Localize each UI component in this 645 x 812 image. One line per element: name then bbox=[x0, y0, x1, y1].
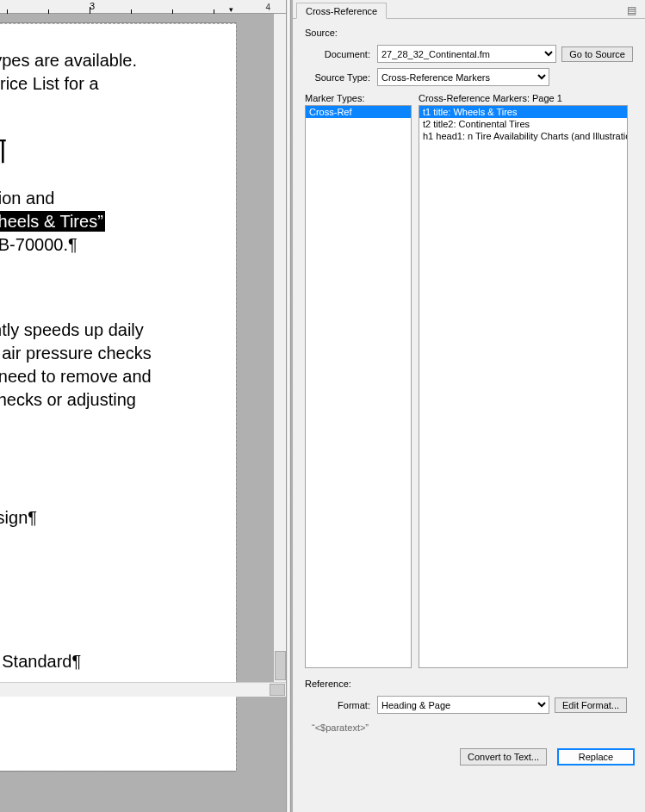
source-type-label: Source Type: bbox=[305, 72, 377, 83]
scrollbar-thumb[interactable] bbox=[275, 651, 286, 680]
action-button-row: Convert to Text... Replace bbox=[293, 743, 645, 771]
body-text[interactable]: 4 Price List for a bbox=[0, 72, 210, 96]
document-content[interactable]: d types are available. 4 Price List for … bbox=[0, 35, 210, 673]
go-to-source-button[interactable]: Go to Source bbox=[561, 46, 633, 62]
body-text[interactable]: nal air pressure checks bbox=[0, 342, 210, 365]
format-label: Format: bbox=[305, 700, 377, 710]
list-item[interactable]: t2 title2: Continental Tires bbox=[419, 118, 627, 130]
format-preview: “<$paratext>” bbox=[305, 719, 633, 736]
reference-label: Reference: bbox=[305, 679, 633, 689]
document-select[interactable]: 27_28_32_Continental.fm bbox=[377, 45, 556, 63]
format-select[interactable]: Heading & Page bbox=[377, 696, 549, 714]
format-row: Format: Heading & Page Edit Format... bbox=[305, 696, 633, 714]
document-area: 3 ▾ 4 d types are available. 4 Price Lis… bbox=[0, 0, 295, 812]
document-row: Document: 27_28_32_Continental.fm Go to … bbox=[305, 45, 633, 63]
xref-markers-column: Cross-Reference Markers: Page 1 t1 title… bbox=[419, 93, 628, 668]
convert-to-text-button[interactable]: Convert to Text... bbox=[460, 748, 547, 766]
source-type-row: Source Type: Cross-Reference Markers bbox=[305, 68, 633, 86]
heading-text[interactable]: s¶ bbox=[0, 130, 210, 170]
list-item[interactable]: h1 head1: n Tire Availability Charts (an… bbox=[419, 130, 627, 142]
edit-format-button[interactable]: Edit Format... bbox=[555, 697, 627, 713]
body-text[interactable]: PDB-70000.¶ bbox=[0, 233, 210, 257]
xref-markers-label: Cross-Reference Markers: Page 1 bbox=[419, 93, 628, 103]
panel-menu-icon[interactable]: ▤ bbox=[623, 3, 640, 18]
panel-tab-bar: Cross-Reference ▤ bbox=[293, 0, 645, 19]
marker-types-column: Marker Types: Cross-Ref bbox=[305, 93, 412, 668]
document-horizontal-scrollbar[interactable] bbox=[0, 682, 286, 697]
body-text[interactable]: del Standard¶ bbox=[0, 650, 210, 673]
document-page[interactable]: d types are available. 4 Price List for … bbox=[0, 22, 237, 772]
body-text[interactable]: Design¶ bbox=[0, 506, 210, 530]
body-text[interactable]: e checks or adjusting bbox=[0, 388, 210, 412]
reference-section: Reference: Format: Heading & Page Edit F… bbox=[305, 679, 633, 736]
xref-markers-list[interactable]: t1 title: Wheels & Tires t2 title2: Cont… bbox=[419, 105, 628, 668]
document-label: Document: bbox=[305, 49, 377, 59]
body-text[interactable]: ne need to remove and bbox=[0, 365, 210, 388]
list-pair: Marker Types: Cross-Ref Cross-Reference … bbox=[305, 93, 633, 668]
body-text[interactable]: “Wheels & Tires” bbox=[0, 210, 210, 233]
panel-body: Source: Document: 27_28_32_Continental.f… bbox=[293, 19, 645, 743]
scrollbar-thumb[interactable] bbox=[270, 684, 285, 696]
replace-button[interactable]: Replace bbox=[557, 748, 635, 766]
marker-types-list[interactable]: Cross-Ref bbox=[305, 105, 412, 668]
body-text[interactable]: d types are available. bbox=[0, 49, 210, 72]
body-text[interactable]: cantly speeds up daily bbox=[0, 319, 210, 342]
cross-reference-highlight[interactable]: “Wheels & Tires” bbox=[0, 211, 105, 232]
list-item[interactable]: t1 title: Wheels & Tires bbox=[419, 106, 627, 118]
body-text[interactable]: nation and bbox=[0, 187, 210, 210]
marker-types-label: Marker Types: bbox=[305, 93, 412, 103]
source-type-select[interactable]: Cross-Reference Markers bbox=[377, 68, 549, 86]
panel-resize-handle[interactable] bbox=[286, 0, 291, 812]
ruler-tab-marker[interactable]: ▾ bbox=[229, 5, 233, 14]
tab-cross-reference[interactable]: Cross-Reference bbox=[296, 3, 387, 19]
horizontal-ruler[interactable]: 3 ▾ 4 bbox=[0, 0, 286, 14]
cross-reference-panel: Cross-Reference ▤ Source: Document: 27_2… bbox=[293, 0, 645, 812]
list-item[interactable]: Cross-Ref bbox=[306, 106, 411, 118]
ruler-tick-4: 4 bbox=[265, 3, 270, 12]
source-section-label: Source: bbox=[305, 28, 633, 38]
